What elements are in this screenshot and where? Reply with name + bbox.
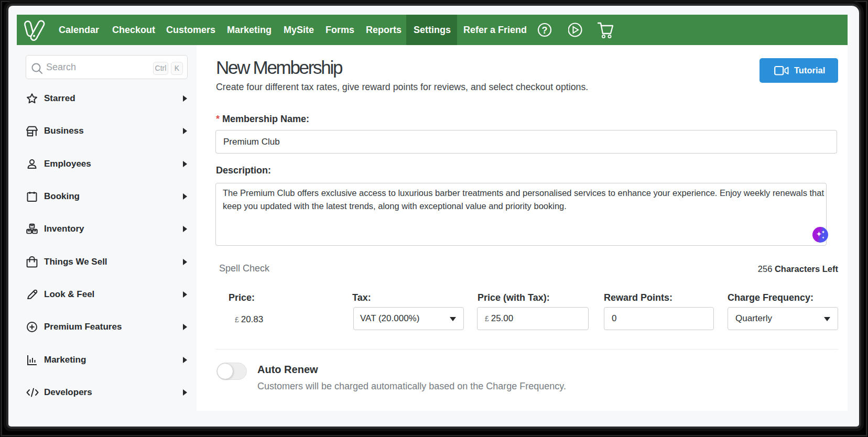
svg-text:?: ? <box>542 25 548 36</box>
